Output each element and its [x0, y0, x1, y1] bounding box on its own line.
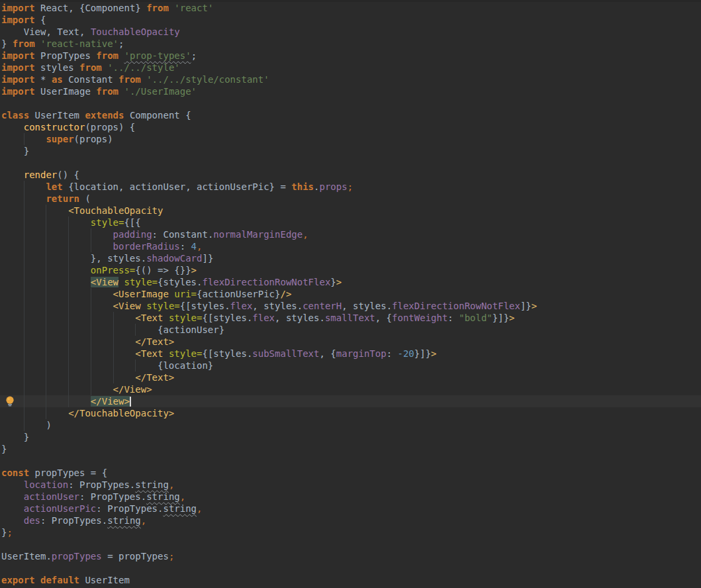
token-def: , styles.	[252, 301, 303, 311]
code-line[interactable]: borderRadius: 4,	[0, 240, 701, 252]
code-line[interactable]: import React, {Component} from 'react'	[0, 2, 701, 14]
token-tag: />	[280, 289, 291, 299]
code-line[interactable]	[0, 455, 701, 467]
token-prop: borderRadius	[113, 241, 180, 252]
code-text: constructor(props) {	[1, 122, 135, 132]
code-line[interactable]: super(props)	[0, 133, 701, 145]
token-prop: flex	[252, 313, 275, 323]
code-line[interactable]: export default UserItem	[0, 574, 701, 586]
token-def: = propTypes	[102, 551, 169, 562]
code-line[interactable]: padding: Constant.normalMarginEdge,	[0, 228, 701, 240]
token-num: -20	[398, 348, 414, 359]
code-line[interactable]: constructor(props) {	[0, 121, 701, 133]
code-line[interactable]: des: PropTypes.string,	[0, 514, 701, 526]
token-prop: location	[24, 479, 68, 490]
code-line[interactable]: onPress={() => {}}>	[0, 264, 701, 276]
code-line[interactable]: style={[{	[0, 217, 701, 228]
code-line[interactable]: } from 'react-native';	[0, 38, 701, 50]
code-line[interactable]: location: PropTypes.string,	[0, 479, 701, 491]
token-def: ;	[118, 38, 124, 49]
code-line[interactable]: View, Text, TouchableOpacity	[0, 26, 701, 38]
token-def: propTypes = {	[35, 467, 108, 478]
code-line[interactable]: import * as Constant from '../../style/c…	[0, 74, 701, 85]
code-line[interactable]: import styles from '../../style'	[0, 62, 701, 74]
code-line-caret[interactable]: </View>	[0, 395, 701, 407]
token-def: }	[24, 432, 29, 442]
token-o: ;	[348, 181, 353, 192]
token-def: {[styles.	[180, 301, 230, 311]
token-tag: >	[532, 301, 537, 311]
code-text: padding: Constant.normalMarginEdge,	[1, 229, 308, 240]
code-line[interactable]: {actionUser}	[0, 324, 701, 336]
token-str: './UserImage'	[124, 86, 197, 97]
token-def: {	[40, 15, 46, 25]
token-def: PropTypes	[40, 50, 96, 61]
code-line[interactable]: };	[0, 526, 701, 538]
code-line[interactable]	[0, 562, 701, 574]
token-prop: smallText	[325, 313, 375, 323]
token-def	[141, 301, 146, 311]
code-line[interactable]: }	[0, 443, 701, 455]
token-kw: import	[1, 3, 40, 13]
code-line[interactable]: <Text style={[styles.subSmallText, {marg…	[0, 348, 701, 360]
code-line[interactable]: </View>	[0, 383, 701, 395]
code-line[interactable]: </TouchableOpacity>	[0, 407, 701, 419]
token-kw: import	[1, 62, 40, 73]
code-text: render() {	[1, 170, 79, 180]
token-tag: </Text>	[135, 336, 174, 347]
code-line[interactable]: )	[0, 419, 701, 431]
token-def: UserItem.	[1, 551, 52, 562]
code-text: </View>	[1, 384, 152, 395]
code-editor[interactable]: import React, {Component} from 'react'im…	[0, 2, 701, 588]
code-line[interactable]: actionUser: PropTypes.string,	[0, 491, 701, 503]
code-line[interactable]: }, styles.shadowCard]}	[0, 252, 701, 264]
code-line[interactable]	[0, 97, 701, 109]
code-line[interactable]	[0, 538, 701, 550]
code-line[interactable]: class UserItem extends Component {	[0, 109, 701, 121]
token-str: '../../style'	[107, 62, 180, 73]
code-line[interactable]: return (	[0, 193, 701, 205]
token-def: {actionUserPic}	[197, 289, 280, 299]
code-line[interactable]: <TouchableOpacity	[0, 205, 701, 217]
code-line[interactable]: <UserImage uri={actionUserPic}/>	[0, 288, 701, 300]
token-o: ,	[141, 515, 146, 526]
code-line[interactable]: import UserImage from './UserImage'	[0, 85, 701, 97]
token-prop: propTypes	[52, 551, 102, 562]
code-line[interactable]: }	[0, 431, 701, 443]
token-prop: props	[319, 181, 347, 192]
code-line[interactable]: }	[0, 145, 701, 157]
code-text: import * as Constant from '../../style/c…	[1, 74, 269, 85]
token-attr: style=	[91, 217, 124, 228]
code-line[interactable]: import PropTypes from 'prop-types';	[0, 50, 701, 62]
token-def: Constant	[68, 74, 118, 85]
token-prop: flexDirectionRowNotFlex	[202, 277, 330, 287]
token-kw: const	[1, 467, 35, 478]
code-text: </View>	[1, 396, 130, 407]
code-line[interactable]: UserItem.propTypes = propTypes;	[0, 550, 701, 562]
code-line[interactable]: </Text>	[0, 336, 701, 348]
code-line[interactable]: {location}	[0, 360, 701, 371]
token-def: {styles.	[158, 277, 202, 287]
code-line[interactable]: import {	[0, 14, 701, 26]
token-attr: onPress=	[91, 265, 135, 275]
token-kw: export default	[1, 575, 85, 585]
token-prop: actionUser	[24, 491, 79, 502]
code-line[interactable]: render() {	[0, 169, 701, 181]
code-line[interactable]: <View style={styles.flexDirectionRowNotF…	[0, 276, 701, 288]
intention-bulb-icon[interactable]	[4, 395, 16, 407]
token-tag: </View>	[113, 384, 152, 395]
code-text: <Text style={[styles.subSmallText, {marg…	[1, 348, 437, 359]
token-def: {actionUser}	[158, 324, 224, 335]
code-text: } from 'react-native';	[1, 38, 124, 49]
code-line[interactable]: </Text>	[0, 371, 701, 383]
token-def: : PropTypes.	[79, 491, 146, 502]
code-line[interactable]: actionUserPic: PropTypes.string,	[0, 503, 701, 514]
code-line[interactable]: let {location, actionUser, actionUserPic…	[0, 181, 701, 193]
token-def: : PropTypes.	[68, 479, 135, 490]
code-line[interactable]: <View style={[styles.flex, styles.center…	[0, 300, 701, 312]
token-def: () {	[57, 170, 79, 180]
code-line[interactable]: <Text style={[styles.flex, styles.smallT…	[0, 312, 701, 324]
code-text: </Text>	[1, 336, 174, 347]
code-line[interactable]: const propTypes = {	[0, 467, 701, 479]
code-line[interactable]	[0, 157, 701, 169]
